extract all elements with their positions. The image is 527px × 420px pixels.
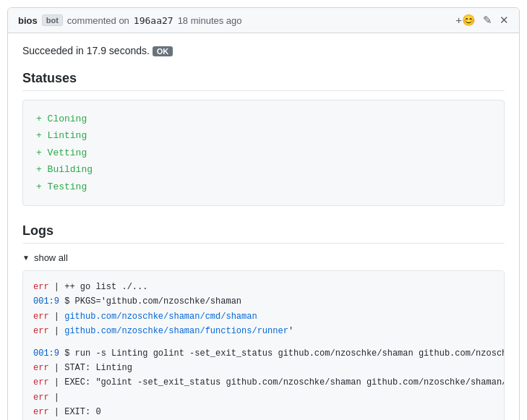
- comment-container: bios bot commented on 196aa27 18 minutes…: [7, 7, 520, 420]
- logs-section: Logs ▼ show all err | ++ go list ./... 0…: [22, 223, 505, 420]
- add-reaction-icon[interactable]: +😊: [455, 14, 476, 27]
- log-line: err | github.com/nzoschke/shaman/cmd/sha…: [33, 309, 494, 324]
- author-name: bios: [18, 15, 38, 26]
- comment-body: Succeeded in 17.9 seconds. OK Statuses +…: [8, 33, 519, 420]
- show-all-toggle[interactable]: ▼ show all: [22, 252, 505, 263]
- comment-header-left: bios bot commented on 196aa27 18 minutes…: [18, 14, 242, 26]
- show-all-label: show all: [34, 252, 68, 263]
- log-line: err | EXIT: 0: [33, 405, 494, 419]
- status-linting: + Linting: [36, 127, 491, 144]
- ok-badge: OK: [153, 46, 173, 56]
- log-line: err | EXEC: "golint -set_exit_status git…: [33, 375, 494, 390]
- log-line: 001:9 $ PKGS='github.com/nzoschke/shaman: [33, 294, 494, 309]
- log-line: 001:9 $ run -s Linting golint -set_exit_…: [33, 346, 494, 361]
- log-line: err | ++ go list ./...: [33, 280, 494, 294]
- log-line: err | github.com/nzoschke/shaman/functio…: [33, 324, 494, 338]
- status-cloning: + Cloning: [36, 111, 491, 127]
- status-building: + Building: [36, 161, 491, 178]
- log-line: err |: [33, 390, 494, 405]
- success-line: Succeeded in 17.9 seconds. OK: [22, 45, 505, 56]
- statuses-title: Statuses: [22, 71, 505, 91]
- success-text: Succeeded in 17.9 seconds.: [22, 45, 150, 56]
- statuses-section: Statuses + Cloning + Linting + Vetting +…: [22, 71, 505, 206]
- comment-header: bios bot commented on 196aa27 18 minutes…: [8, 8, 519, 33]
- log-blank: [33, 339, 494, 346]
- triangle-icon: ▼: [22, 254, 30, 262]
- close-icon[interactable]: ✕: [500, 14, 509, 27]
- status-testing: + Testing: [36, 179, 491, 195]
- edit-icon[interactable]: ✎: [483, 14, 492, 27]
- commit-ref: 196aa27: [134, 15, 173, 26]
- comment-header-actions: +😊 ✎ ✕: [455, 14, 509, 27]
- log-box: err | ++ go list ./... 001:9 $ PKGS='git…: [22, 270, 505, 420]
- comment-action: commented on: [67, 15, 129, 26]
- log-line: err | STAT: Linting: [33, 361, 494, 375]
- statuses-box: + Cloning + Linting + Vetting + Building…: [22, 100, 505, 206]
- logs-title: Logs: [22, 223, 505, 244]
- comment-time: 18 minutes ago: [178, 15, 242, 26]
- bot-badge: bot: [42, 14, 63, 26]
- status-vetting: + Vetting: [36, 145, 491, 161]
